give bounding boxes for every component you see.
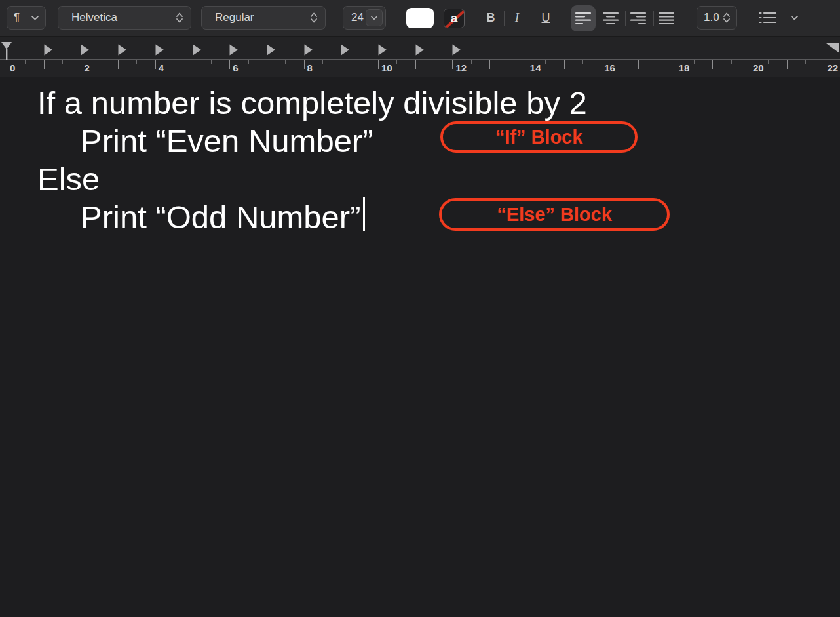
tab-stop-marker[interactable]	[415, 44, 425, 58]
ruler-tick	[118, 60, 119, 69]
ruler-tick	[545, 60, 546, 64]
font-family-value: Helvetica	[71, 11, 117, 24]
tab-stop-marker[interactable]	[452, 44, 461, 58]
chevron-down-icon	[371, 16, 377, 20]
align-left-button[interactable]	[571, 5, 596, 31]
align-justify-button[interactable]	[654, 5, 679, 31]
tab-stop-marker[interactable]	[44, 44, 53, 58]
underline-button[interactable]: U	[537, 9, 554, 26]
ruler-tick	[174, 60, 174, 64]
ruler-number: 22	[827, 62, 838, 73]
tab-stop-triangle-icon	[378, 44, 387, 56]
ruler-tick	[750, 60, 750, 69]
doc-line-4[interactable]: Print “Odd Number”	[81, 198, 361, 236]
ruler-number: 2	[84, 62, 89, 73]
doc-line-1[interactable]: If a number is completely divisible by 2	[37, 84, 587, 122]
align-center-button[interactable]	[598, 5, 623, 31]
text-cursor	[363, 197, 365, 231]
font-family-select[interactable]: Helvetica	[58, 6, 191, 30]
ruler-tick	[304, 60, 305, 69]
ruler-number: 18	[679, 62, 690, 73]
ruler-number: 12	[455, 62, 467, 73]
paragraph-style-dropdown[interactable]: ¶	[7, 6, 46, 30]
tab-stop-triangle-icon	[415, 44, 425, 56]
bold-button[interactable]: B	[483, 9, 499, 26]
right-indent-marker[interactable]	[826, 43, 840, 54]
background-color-glyph: a	[451, 11, 458, 26]
ruler-tick	[285, 60, 286, 64]
text-color-swatch[interactable]	[406, 8, 434, 28]
tab-stop-marker[interactable]	[378, 44, 387, 58]
ruler-number: 10	[381, 62, 392, 73]
line-spacing-value: 1.0	[704, 11, 719, 24]
tab-stop-marker[interactable]	[267, 44, 276, 58]
background-color-swatch[interactable]: a	[444, 9, 465, 28]
font-size-value: 24	[351, 11, 364, 24]
tab-stop-marker[interactable]	[81, 44, 90, 58]
doc-line-3[interactable]: Else	[37, 160, 100, 198]
font-size-dropdown-button[interactable]	[366, 9, 383, 26]
ruler-number: 4	[159, 62, 164, 73]
pilcrow-icon: ¶	[14, 11, 20, 24]
ruler-tick	[341, 60, 341, 69]
document-canvas[interactable]: If a number is completely divisible by 2…	[0, 77, 840, 617]
ruler-tick	[248, 60, 249, 64]
align-justify-icon	[659, 12, 674, 25]
italic-button[interactable]: I	[509, 9, 525, 26]
ruler-tick	[601, 60, 601, 69]
tab-stop-marker[interactable]	[118, 44, 127, 58]
tab-stop-triangle-icon	[452, 44, 461, 56]
ruler-tick	[471, 60, 472, 64]
ruler-tick	[396, 60, 397, 64]
align-center-icon	[603, 12, 619, 25]
ruler-tick	[676, 60, 676, 69]
ruler-tick	[81, 60, 81, 69]
ruler-tick	[100, 60, 100, 64]
ruler-tick	[155, 60, 156, 69]
tab-stop-triangle-icon	[81, 44, 90, 56]
tab-stop-triangle-icon	[267, 44, 276, 56]
chevron-up-down-icon	[311, 12, 317, 23]
ruler-tick	[527, 60, 527, 69]
if-block-shape[interactable]: “If” Block	[440, 121, 638, 153]
line-spacing-stepper[interactable]: 1.0	[697, 6, 737, 30]
font-size-control[interactable]: 24	[343, 6, 386, 30]
if-block-label: “If” Block	[495, 127, 583, 148]
doc-line-2[interactable]: Print “Even Number”	[81, 122, 373, 160]
ruler-tick	[508, 60, 508, 64]
ruler-tick	[620, 60, 620, 64]
tab-stop-marker[interactable]	[193, 44, 202, 58]
else-block-label: “Else” Block	[497, 204, 612, 226]
ruler[interactable]: 0246810121416182022	[0, 37, 840, 77]
tab-stop-triangle-icon	[341, 44, 350, 56]
ruler-tick	[136, 60, 137, 64]
list-style-dropdown[interactable]	[759, 6, 798, 30]
ruler-tick	[731, 60, 732, 64]
ruler-baseline	[0, 59, 840, 60]
ruler-tick	[322, 60, 323, 64]
ruler-tick	[712, 60, 713, 69]
ruler-tick	[434, 60, 434, 64]
left-indent-marker[interactable]	[1, 41, 14, 60]
tab-stop-marker[interactable]	[155, 44, 164, 58]
ruler-tick	[415, 60, 416, 69]
ruler-tick	[824, 60, 824, 69]
format-toolbar: ¶ Helvetica Regular 24 a B I U	[0, 0, 840, 37]
ruler-tick	[267, 60, 267, 69]
ruler-number: 14	[530, 62, 541, 73]
tab-stop-marker[interactable]	[304, 44, 313, 58]
ruler-tick	[694, 60, 695, 64]
ruler-tick	[62, 60, 63, 64]
ruler-number: 16	[604, 62, 615, 73]
ruler-tick	[489, 60, 490, 69]
align-right-button[interactable]	[626, 5, 651, 31]
ruler-tick	[378, 60, 379, 69]
font-style-select[interactable]: Regular	[201, 6, 326, 30]
tab-stop-triangle-icon	[193, 44, 202, 56]
else-block-shape[interactable]: “Else” Block	[439, 198, 670, 231]
tab-stop-marker[interactable]	[341, 44, 350, 58]
tab-stop-triangle-icon	[229, 44, 239, 56]
tab-stop-marker[interactable]	[229, 44, 239, 58]
tab-stop-triangle-icon	[304, 44, 313, 56]
chevron-down-icon	[31, 16, 39, 20]
